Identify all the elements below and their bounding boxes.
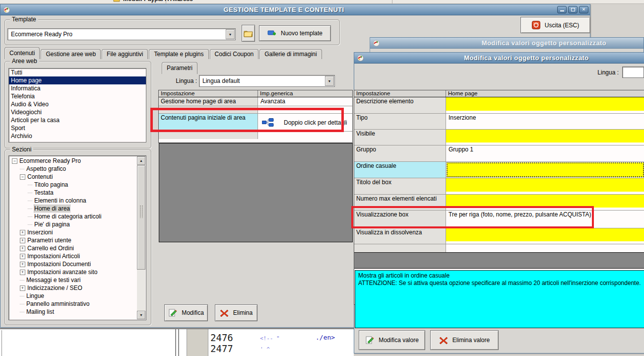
tree-item[interactable]: Testata [10, 189, 136, 197]
tree-item[interactable]: +Impostazioni avanzate sito [10, 268, 136, 276]
collapse-icon[interactable]: − [12, 158, 17, 164]
expand-icon[interactable]: + [20, 270, 25, 275]
tree-item[interactable]: +Impostazioni Articoli [10, 252, 136, 260]
editor-line: 2477' ^ [210, 343, 352, 354]
elimina-button[interactable]: Elimina [215, 304, 258, 321]
tree-item-label: Impostazioni Articoli [27, 253, 80, 260]
expand-icon[interactable]: + [20, 285, 25, 291]
tree-item-label: Testata [34, 189, 54, 196]
tree-item[interactable]: Aspetto grafico [10, 165, 136, 173]
list-item[interactable]: Home page [9, 76, 146, 84]
list-item[interactable]: Videogiochi [9, 108, 146, 116]
row-value [446, 228, 644, 244]
tree-item[interactable]: −Contenuti [10, 173, 136, 181]
list-item[interactable]: Archivio [9, 132, 146, 140]
table-row[interactable]: Ordine casuale [354, 162, 644, 178]
table-row[interactable]: Gestione home page di area Avanzata [159, 97, 352, 106]
tree-item[interactable]: Home di categoria articoli [10, 213, 136, 220]
template-combobox[interactable]: Ecommerce Ready Pro ▼ [7, 28, 236, 40]
minimize-button[interactable] [557, 6, 567, 13]
tree-connector [20, 169, 24, 169]
lingua-combobox[interactable]: Lingua default ▼ [199, 75, 335, 87]
table-row[interactable]: Visualizza in dissolvenza [354, 228, 644, 244]
table-row[interactable]: GruppoGruppo 1 [354, 145, 644, 162]
annotation-box-contenuti [150, 108, 344, 132]
yellow-value-field[interactable] [446, 178, 644, 192]
list-item[interactable]: Tutti [9, 69, 146, 76]
yellow-value-field[interactable] [446, 228, 644, 241]
list-item[interactable]: Audio & Video [9, 100, 146, 108]
edit-pencil-icon [168, 309, 177, 317]
tab-codici-coupon[interactable]: Codici Coupon [210, 49, 259, 59]
elimina-valore-button[interactable]: Elimina valore [430, 330, 499, 350]
tab-parametri[interactable]: Parametri [162, 62, 197, 74]
tree-item[interactable]: −Ecommerce Ready Pro [10, 157, 136, 165]
tree-item[interactable]: Pie' di pagina [10, 220, 136, 228]
col-impostazione: Impostazione [159, 90, 258, 97]
tree-item-label: Parametri utente [27, 237, 71, 244]
list-item[interactable]: Sport [9, 124, 146, 132]
chevron-down-icon[interactable]: ▼ [226, 29, 235, 39]
yellow-value-field[interactable] [446, 130, 644, 142]
uscita-button[interactable]: Uscita (ESC) [520, 17, 590, 33]
tree-item[interactable]: +Impostazioni Documenti [10, 260, 136, 268]
expand-icon[interactable]: + [20, 230, 25, 235]
open-folder-button[interactable] [242, 25, 255, 42]
main-titlebar[interactable]: GESTIONE TEMPLATE E CONTENUTI ✕ [0, 4, 590, 15]
aree-web-listbox[interactable]: TuttiHome pageInformaticaTelefoniaAudio … [8, 68, 146, 142]
expand-icon[interactable]: + [20, 238, 25, 243]
tab-template-e-plugins[interactable]: Template e plugins [149, 49, 208, 59]
modal-titlebar[interactable]: Modifica valori oggetto personalizzato [354, 53, 644, 64]
scroll-down-icon[interactable]: ▼ [137, 311, 145, 319]
tree-item-label: Pie' di pagina [34, 221, 70, 228]
table-row[interactable]: TipoInserzione [354, 114, 644, 130]
expand-icon[interactable]: + [20, 254, 25, 259]
row-value: Inserzione [446, 114, 644, 129]
tree-item[interactable]: +Parametri utente [10, 236, 136, 244]
list-item[interactable]: Telefonia [9, 92, 146, 100]
tree-item[interactable]: Lingue [10, 292, 136, 300]
close-button[interactable]: ✕ [579, 6, 588, 13]
yellow-value-field[interactable] [447, 162, 644, 177]
table-row-spacer [159, 132, 352, 139]
tree-item[interactable]: Home di area [10, 205, 136, 213]
scrollbar-thumb[interactable] [137, 165, 145, 270]
table-row[interactable]: Titolo del box [354, 178, 644, 195]
tree-item[interactable]: Titolo pagina [10, 181, 136, 189]
back-modal-titlebar[interactable]: Modifica valori oggetto personalizzato [370, 38, 644, 49]
expand-icon[interactable]: + [20, 262, 25, 267]
tree-item[interactable]: +Carrello ed Ordini [10, 244, 136, 252]
elimina-label: Elimina [233, 309, 253, 316]
tab-gestione-aree-web[interactable]: Gestione aree web [41, 49, 101, 59]
list-item[interactable]: Informatica [9, 84, 146, 92]
row-value: Gruppo 1 [446, 145, 644, 161]
expand-icon[interactable]: + [20, 246, 25, 251]
row-label: Descrizione elemento [354, 97, 446, 113]
table-row[interactable]: Descrizione elemento [354, 97, 644, 114]
scroll-up-icon[interactable]: ▲ [137, 156, 145, 165]
tree-item[interactable]: +Indicizzazione / SEO [10, 284, 136, 292]
modifica-valore-button[interactable]: Modifica valore [359, 330, 425, 350]
tab-gallerie-di-immagini[interactable]: Gallerie di immagini [259, 49, 322, 59]
tree-item[interactable]: +Inserzioni [10, 228, 136, 236]
modifica-button[interactable]: Modifica [164, 304, 208, 321]
tree-item[interactable]: Elementi in colonna [10, 197, 136, 205]
yellow-value-field[interactable] [446, 97, 644, 111]
collapse-icon[interactable]: − [20, 174, 25, 180]
nuovo-template-button[interactable]: Nuovo template [259, 25, 331, 41]
maximize-button[interactable] [568, 6, 578, 13]
chevron-down-icon[interactable]: ▼ [325, 76, 334, 86]
tree-connector [28, 209, 32, 209]
modal-lingua-combobox[interactable] [622, 67, 644, 78]
tree-scrollbar[interactable]: ▲ ▼ [137, 156, 145, 319]
list-item[interactable]: Articoli per la casa [9, 116, 146, 124]
tree-item[interactable]: Messaggi e testi vari [10, 276, 136, 284]
tree-item-label: Messaggi e testi vari [26, 277, 80, 284]
window-modifica-valori-back: Modifica valori oggetto personalizzato [370, 37, 644, 53]
tree-item[interactable]: Mailing list [10, 308, 136, 316]
tab-file-aggiuntivi[interactable]: File aggiuntivi [102, 49, 148, 59]
row-value [446, 130, 644, 145]
table-row[interactable]: Visibile [354, 130, 644, 145]
sezioni-tree[interactable]: −Ecommerce Ready ProAspetto grafico−Cont… [8, 155, 146, 320]
tree-item[interactable]: Pannello amministrativo [10, 300, 136, 308]
